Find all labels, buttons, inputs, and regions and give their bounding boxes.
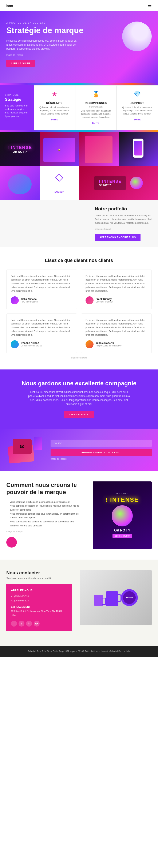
- testimonials-section: Lisez ce que disent nos clients Proin se…: [0, 247, 158, 369]
- wave-divider-2: [0, 130, 158, 132]
- feature-card-results: ★ RÉSULTATS Quis nam dolor sit in malesu…: [34, 85, 75, 130]
- logo: logo: [6, 4, 13, 7]
- brand-poster-sub: DESIGN STUDIO: [113, 534, 132, 538]
- testimonial-role-2: Directeur financier: [96, 301, 113, 303]
- list-item: Nous captons, collectons et recueillons …: [6, 504, 84, 512]
- portfolio-description: Lorem ipsum dolor sit amet, consectetur …: [95, 214, 152, 225]
- list-item: Nous concevons des structures ponctuelle…: [6, 520, 84, 527]
- portfolio-cta-button[interactable]: APPRENONS ENCORE PLUS: [95, 234, 141, 241]
- feature-card-results-desc: Quis nam dolor sit in malesuada adipisci…: [38, 106, 71, 115]
- list-item: Vous écoutons et articulons les messages…: [6, 500, 84, 504]
- feature-strategy-link[interactable]: SUITE: [5, 119, 12, 121]
- subscribe-image: ✉: [6, 437, 44, 462]
- portfolio-info-right: Notre portfolio Lorem ipsum dolor sit am…: [88, 206, 152, 241]
- wave-divider-1: [0, 83, 158, 85]
- testimonial-text-3: Proin sed libero enim sed faucibus turpi…: [11, 318, 73, 337]
- hero-label: À PROPOS DE LA SOCIÉTÉ: [6, 22, 118, 24]
- subscribe-button[interactable]: ABONNEZ-VOUS MAINTENANT: [50, 449, 152, 456]
- hero-text: À PROPOS DE LA SOCIÉTÉ Stratégie de marq…: [6, 22, 118, 67]
- features-cards: ★ RÉSULTATS Quis nam dolor sit in malesu…: [34, 85, 158, 130]
- mockup-diamond-icon: ◇MOCKUP: [54, 171, 64, 195]
- testimonial-author-2: Frank Kinney Directeur financier: [85, 297, 147, 304]
- purple-section-title: Nous gardons une excellente compagnie: [6, 380, 152, 387]
- feature-strategy-title: Stratégie: [5, 97, 29, 102]
- subscribe-email-input[interactable]: [50, 440, 152, 447]
- linkedin-icon[interactable]: in: [26, 621, 32, 626]
- googleplus-icon[interactable]: g+: [34, 621, 40, 626]
- contact-left: Nous contacter Services de conception de…: [6, 570, 72, 635]
- hero-avatar: [122, 22, 152, 51]
- mug-icon-2: [106, 591, 118, 606]
- badge-icon: 🏅: [92, 91, 100, 99]
- feature-card-rewards-title: RÉCOMPENSES: [79, 102, 113, 104]
- feature-strategy: STRATÉGIE Stratégie Sed quis nunc dolor …: [0, 85, 34, 130]
- contact-call-title: APPELEZ-NOUS: [11, 589, 67, 592]
- portfolio-info-left: [6, 206, 88, 241]
- intense-label-1: ! INTENSE: [7, 145, 32, 150]
- testimonial-text-2: Proin sed libero enim sed faucibus turpi…: [85, 274, 147, 293]
- contact-phone-2: +1 (256) 987-624: [11, 599, 67, 603]
- feature-card-support-link[interactable]: SUITE: [133, 119, 141, 121]
- features-row: STRATÉGIE Stratégie Sed quis nunc dolor …: [0, 85, 158, 130]
- feature-strategy-desc: Sed quis nunc dolor in malesuada sagitti…: [5, 104, 29, 118]
- portfolio-item-7: ! INTENSE OR NOT ?: [79, 166, 158, 200]
- testimonial-role-4: Responsable administrative: [96, 345, 122, 347]
- twitter-icon[interactable]: t: [18, 621, 25, 626]
- testimonial-name-3: Phoebe Nelson: [21, 342, 42, 345]
- brand-left: Comment nous créons le pouvoir de la mar…: [6, 482, 84, 548]
- testimonial-author-3: Phoebe Nelson Directrice commerciale: [11, 340, 73, 348]
- feature-card-results-link[interactable]: SUITE: [51, 119, 58, 121]
- portfolio-item-4: [119, 132, 158, 166]
- star-icon: ★: [50, 91, 58, 99]
- feature-card-support: 💎 SUPPORT Quis nam dolor sit in malesuad…: [117, 85, 158, 130]
- list-item: Nous affinons les tensions les plus inno…: [6, 512, 84, 520]
- testimonial-author-4: Jennie Roberts Responsable administrativ…: [85, 340, 147, 348]
- or-not-label-1: OR NOT ?: [7, 150, 32, 153]
- portfolio-credit: Image de Freepik: [95, 228, 152, 230]
- navigation: logo ☰: [0, 0, 158, 11]
- intense-label-2: ! INTENSE: [99, 179, 121, 184]
- brand-poster: BRANDING ! INTENSE OR NOT ? DESIGN STUDI…: [93, 482, 152, 549]
- testimonial-card-4: Proin sed libero enim sed faucibus turpi…: [81, 313, 152, 353]
- testimonial-avatar-1: [11, 297, 19, 304]
- brand-right: BRANDING ! INTENSE OR NOT ? DESIGN STUDI…: [93, 482, 152, 549]
- feature-card-rewards-secondary: COMPÉTENCE: [79, 106, 113, 108]
- testimonial-name-1: Celia Almada: [21, 298, 38, 301]
- portfolio-info-content: Notre portfolio Lorem ipsum dolor sit am…: [6, 206, 152, 241]
- features-section: STRATÉGIE Stratégie Sed quis nunc dolor …: [0, 85, 158, 132]
- portfolio-item-6: ◇MOCKUP: [40, 166, 79, 200]
- or-not-label-2: OR NOT ?: [99, 184, 121, 187]
- testimonial-avatar-3: [11, 340, 19, 348]
- facebook-icon[interactable]: f: [11, 621, 17, 626]
- purple-section-desc: Lectus arcu bibendum at velit. Ultrices …: [26, 390, 132, 406]
- testimonial-card-1: Proin sed libero enim sed faucibus turpi…: [6, 270, 77, 309]
- brand-poster-sphere: [112, 505, 133, 526]
- portfolio-info: Notre portfolio Lorem ipsum dolor sit am…: [0, 200, 158, 247]
- menu-button[interactable]: ☰: [148, 3, 152, 8]
- testimonial-card-2: Proin sed libero enim sed faucibus turpi…: [81, 270, 152, 309]
- testimonial-name-4: Jennie Roberts: [96, 342, 122, 345]
- testimonial-author-1: Celia Almada PDG Informatique: [11, 297, 73, 304]
- feature-card-rewards-desc: Quis nam dolor sit in malesuada adipisci…: [79, 109, 113, 119]
- testimonial-text-4: Proin sed libero enim sed faucibus turpi…: [85, 318, 147, 337]
- testimonial-role-1: PDG Informatique: [21, 301, 38, 303]
- testimonial-avatar-2: [85, 297, 93, 304]
- feature-card-rewards-link[interactable]: SUITE: [92, 122, 100, 124]
- hero-section: À PROPOS DE LA SOCIÉTÉ Stratégie de marq…: [0, 11, 158, 83]
- portfolio-item-2: 📦: [40, 132, 79, 166]
- contact-right: BRAND: [80, 570, 152, 625]
- contact-pink-box: APPELEZ-NOUS +1 (256) 985-324 +1 (256) 9…: [6, 584, 72, 631]
- subscribe-section: ✉ ABONNEZ-VOUS MAINTENANT Image de Freep…: [0, 429, 158, 471]
- hero-description: Phasellus convallis posuere lectis leo. …: [6, 39, 78, 51]
- subscribe-form: ABONNEZ-VOUS MAINTENANT Image de Freepik: [50, 440, 152, 460]
- mugs-visual: BRAND: [80, 570, 152, 625]
- contact-image: BRAND: [80, 570, 152, 625]
- portfolio-item-5: [0, 166, 40, 200]
- hero-cta-button[interactable]: LIRE LA SUITE: [6, 60, 35, 67]
- mug-icon-1: [94, 595, 103, 606]
- purple-cta-button[interactable]: LIRE LA SUITE: [64, 411, 94, 418]
- contact-top: Nous contacter Services de conception de…: [6, 570, 152, 635]
- testimonials-title: Lisez ce que disent nos clients: [6, 258, 152, 263]
- feature-card-support-desc: Quis nam dolor sit in malesuada adipisci…: [120, 106, 154, 115]
- brand-circle-decoration: [6, 537, 17, 548]
